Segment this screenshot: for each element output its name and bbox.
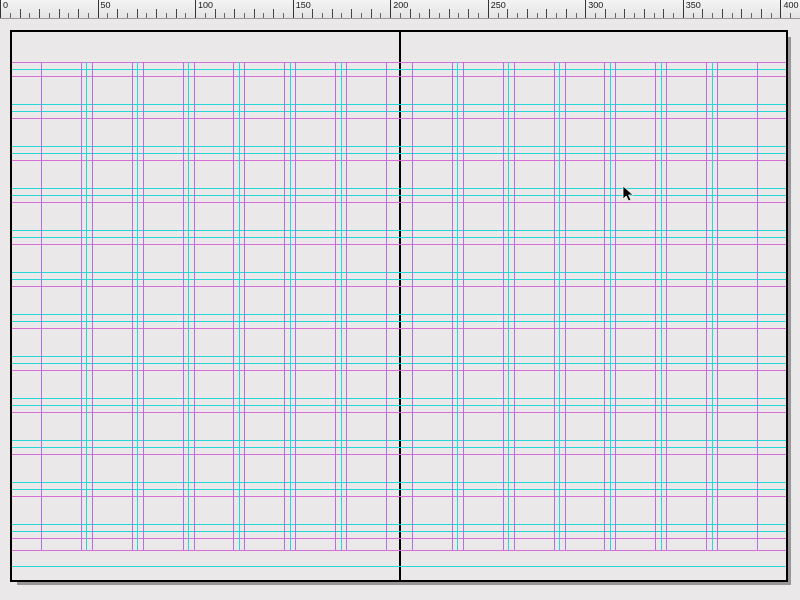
minor-tick [10, 13, 11, 18]
med-tick [624, 9, 625, 18]
minor-tick [29, 13, 30, 18]
column-guide [604, 62, 605, 550]
med-tick [527, 9, 528, 18]
minor-tick [673, 13, 674, 18]
pasteboard[interactable] [0, 18, 800, 600]
med-tick [254, 9, 255, 18]
baseline-guide [12, 356, 786, 357]
baseline-guide [12, 531, 786, 532]
column-guide [346, 62, 347, 550]
minor-tick [146, 13, 147, 18]
med-tick [644, 9, 645, 18]
column-guide [183, 62, 184, 550]
column-guide [757, 62, 758, 550]
minor-tick [634, 13, 635, 18]
column-guide [244, 62, 245, 550]
minor-tick [205, 13, 206, 18]
column-guide [132, 62, 133, 550]
margin-guide [41, 62, 42, 550]
baseline-guide [12, 454, 786, 455]
gutter-guide [508, 62, 509, 550]
minor-tick [68, 13, 69, 18]
baseline-guide [12, 118, 786, 119]
major-tick: 50 [98, 0, 99, 18]
horizontal-ruler[interactable]: 050100150200250300350400 [0, 0, 800, 19]
major-tick: 400 [780, 0, 781, 18]
baseline-guide [12, 440, 786, 441]
med-tick [605, 9, 606, 18]
column-guide [452, 62, 453, 550]
baseline-guide [12, 279, 786, 280]
baseline-guide [12, 76, 786, 77]
gutter-guide [137, 62, 138, 550]
gutter-guide [661, 62, 662, 550]
column-guide [565, 62, 566, 550]
minor-tick [478, 13, 479, 18]
med-tick [137, 9, 138, 18]
ruler-label: 300 [588, 0, 603, 10]
minor-tick [419, 13, 420, 18]
minor-tick [302, 13, 303, 18]
baseline-guide [12, 321, 786, 322]
med-tick [410, 9, 411, 18]
minor-tick [166, 13, 167, 18]
ruler-label: 400 [783, 0, 798, 10]
major-tick: 350 [683, 0, 684, 18]
baseline-guide [12, 202, 786, 203]
gutter-guide [559, 62, 560, 550]
column-guide [386, 62, 387, 550]
minor-tick [439, 13, 440, 18]
med-tick [39, 9, 40, 18]
column-guide [233, 62, 234, 550]
column-guide [655, 62, 656, 550]
gutter-guide [712, 62, 713, 550]
ruler-label: 50 [101, 0, 111, 10]
minor-tick [712, 13, 713, 18]
minor-tick [693, 13, 694, 18]
column-guide [717, 62, 718, 550]
baseline-guide [12, 104, 786, 105]
med-tick [507, 9, 508, 18]
med-tick [117, 9, 118, 18]
ruler-label: 100 [198, 0, 213, 10]
med-tick [20, 9, 21, 18]
minor-tick [244, 13, 245, 18]
baseline-guide [12, 328, 786, 329]
gutter-guide [239, 62, 240, 550]
column-guide [194, 62, 195, 550]
column-guide [143, 62, 144, 550]
baseline-guide [12, 111, 786, 112]
baseline-guide [12, 195, 786, 196]
gutter-guide [610, 62, 611, 550]
minor-tick [263, 13, 264, 18]
baseline-guide [12, 524, 786, 525]
med-tick [215, 9, 216, 18]
med-tick [273, 9, 274, 18]
baseline-guide [12, 286, 786, 287]
minor-tick [107, 13, 108, 18]
med-tick [449, 9, 450, 18]
major-tick: 100 [195, 0, 196, 18]
med-tick [702, 9, 703, 18]
minor-tick [790, 13, 791, 18]
column-guide [503, 62, 504, 550]
column-guide [92, 62, 93, 550]
column-guide [514, 62, 515, 550]
baseline-guide [12, 230, 786, 231]
baseline-guide [12, 496, 786, 497]
gutter-guide [341, 62, 342, 550]
minor-tick [498, 13, 499, 18]
baseline-guide [12, 363, 786, 364]
baseline-guide [12, 237, 786, 238]
document-spread[interactable] [12, 32, 786, 580]
baseline-guide [12, 412, 786, 413]
med-tick [156, 9, 157, 18]
med-tick [234, 9, 235, 18]
minor-tick [771, 13, 772, 18]
baseline-guide [12, 370, 786, 371]
med-tick [176, 9, 177, 18]
baseline-guide [12, 405, 786, 406]
major-tick: 250 [488, 0, 489, 18]
page-spine [399, 32, 401, 580]
minor-tick [732, 13, 733, 18]
